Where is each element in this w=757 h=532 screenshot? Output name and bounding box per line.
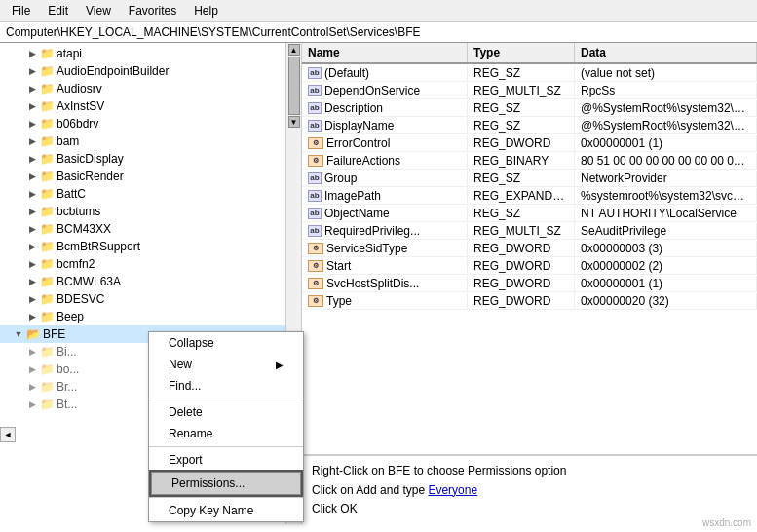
expand-arrow: ▶ xyxy=(25,275,39,288)
folder-icon: 📁 xyxy=(39,46,55,61)
expand-arrow: ▶ xyxy=(25,292,39,306)
cell-data: 0x00000003 (3) xyxy=(575,241,757,256)
menu-favorites[interactable]: Favorites xyxy=(121,2,184,19)
expand-arrow: ▶ xyxy=(25,362,39,376)
tree-label: AudioEndpointBuilder xyxy=(57,64,169,78)
cell-type: REG_DWORD xyxy=(468,241,575,256)
col-header-type: Type xyxy=(468,43,575,62)
tree-item-bdesvc[interactable]: ▶ 📁 BDESVC xyxy=(0,290,285,308)
cell-type: REG_MULTI_SZ xyxy=(468,83,575,98)
ctx-item-copy-key-name[interactable]: Copy Key Name xyxy=(149,500,303,521)
menu-file[interactable]: File xyxy=(4,2,38,19)
menu-edit[interactable]: Edit xyxy=(40,2,76,19)
main-layout: ▶ 📁 atapi ▶ 📁 AudioEndpointBuilder ▶ 📁 A… xyxy=(0,43,757,524)
tree-label: BDESVC xyxy=(57,292,104,306)
expand-arrow: ▶ xyxy=(25,222,39,236)
ctx-item-permissions[interactable]: Permissions... xyxy=(151,472,301,495)
ab-icon: ab xyxy=(308,85,322,96)
tree-item-axinstsv[interactable]: ▶ 📁 AxInstSV xyxy=(0,97,285,115)
tree-item-audiosrv[interactable]: ▶ 📁 Audiosrv xyxy=(0,80,285,97)
tree-item-audioendpoint[interactable]: ▶ 📁 AudioEndpointBuilder xyxy=(0,62,285,80)
expand-arrow: ▶ xyxy=(25,152,39,166)
tree-item-bcbtums[interactable]: ▶ 📁 bcbtums xyxy=(0,203,285,220)
tree-item-bcmfn2[interactable]: ▶ 📁 bcmfn2 xyxy=(0,255,285,273)
ab-icon: ab xyxy=(308,120,322,132)
tree-label: Beep xyxy=(57,310,84,323)
table-row[interactable]: ⚙ SvcHostSplitDis... REG_DWORD 0x0000000… xyxy=(302,275,757,292)
table-row[interactable]: ⚙ Type REG_DWORD 0x00000020 (32) xyxy=(302,292,757,310)
cell-name: ab Group xyxy=(302,171,468,186)
registry-table: Name Type Data ab (Default) REG_SZ (valu… xyxy=(302,43,757,454)
folder-icon: 📁 xyxy=(39,186,55,202)
folder-icon: 📁 xyxy=(39,344,55,360)
cell-type: REG_SZ xyxy=(468,118,575,133)
table-row[interactable]: ab ImagePath REG_EXPAND_SZ %systemroot%\… xyxy=(302,187,757,205)
tree-label: atapi xyxy=(57,47,82,60)
tree-item-basicrender[interactable]: ▶ 📁 BasicRender xyxy=(0,168,285,185)
dword-icon: ⚙ xyxy=(308,260,323,272)
ctx-item-rename[interactable]: Rename xyxy=(149,423,303,444)
tree-item-b06bdrv[interactable]: ▶ 📁 b06bdrv xyxy=(0,115,285,133)
folder-icon: 📁 xyxy=(39,239,55,254)
table-row[interactable]: ⚙ FailureActions REG_BINARY 80 51 00 00 … xyxy=(302,152,757,170)
info-line-2: Click on Add and type Everyone xyxy=(312,481,747,500)
table-row[interactable]: ⚙ ErrorControl REG_DWORD 0x00000001 (1) xyxy=(302,134,757,152)
ctx-item-collapse[interactable]: Collapse xyxy=(149,332,303,354)
folder-icon: 📁 xyxy=(39,133,55,149)
tree-label: AxInstSV xyxy=(57,99,104,113)
table-row[interactable]: ab Group REG_SZ NetworkProvider xyxy=(302,170,757,187)
table-row[interactable]: ⚙ Start REG_DWORD 0x00000002 (2) xyxy=(302,257,757,275)
left-scroll-arrow[interactable]: ◄ xyxy=(0,427,16,442)
info-link-everyone[interactable]: Everyone xyxy=(428,483,477,497)
tree-label: Audiosrv xyxy=(57,82,102,95)
expand-arrow: ▶ xyxy=(25,398,39,411)
table-row[interactable]: ab (Default) REG_SZ (value not set) xyxy=(302,64,757,82)
table-row[interactable]: ⚙ ServiceSidType REG_DWORD 0x00000003 (3… xyxy=(302,240,757,257)
ctx-item-find[interactable]: Find... xyxy=(149,375,303,397)
dword-icon: ⚙ xyxy=(308,295,323,307)
tree-item-atapi[interactable]: ▶ 📁 atapi xyxy=(0,45,285,62)
folder-icon: 📁 xyxy=(39,274,55,289)
tree-item-beep[interactable]: ▶ 📁 Beep xyxy=(0,308,285,325)
tree-item-bcm43xx[interactable]: ▶ 📁 BCM43XX xyxy=(0,220,285,238)
tree-label: BattC xyxy=(57,187,86,201)
menu-view[interactable]: View xyxy=(78,2,119,19)
table-row[interactable]: ab DependOnService REG_MULTI_SZ RpcSs xyxy=(302,82,757,99)
table-row[interactable]: ab Description REG_SZ @%SystemRoot%\syst… xyxy=(302,99,757,117)
menu-help[interactable]: Help xyxy=(186,2,226,19)
ctx-item-export[interactable]: Export xyxy=(149,449,303,471)
folder-icon: 📁 xyxy=(39,204,55,219)
cell-type: REG_SZ xyxy=(468,100,575,116)
table-row[interactable]: ab DisplayName REG_SZ @%SystemRoot%\syst… xyxy=(302,117,757,134)
cell-data: @%SystemRoot%\system32\bfe.dll,-100 xyxy=(575,100,757,116)
table-row[interactable]: ab ObjectName REG_SZ NT AUTHORITY\LocalS… xyxy=(302,205,757,222)
cell-data: %systemroot%\system32\svchost.exe -k xyxy=(575,188,757,204)
cell-type: REG_SZ xyxy=(468,65,575,81)
cell-type: REG_BINARY xyxy=(468,153,575,169)
folder-icon: 📁 xyxy=(39,221,55,237)
tree-item-battc[interactable]: ▶ 📁 BattC xyxy=(0,185,285,203)
ctx-item-delete[interactable]: Delete xyxy=(149,401,303,423)
folder-icon-open: 📂 xyxy=(25,326,41,342)
tree-item-bcmbtrsupport[interactable]: ▶ 📁 BcmBtRSupport xyxy=(0,238,285,255)
tree-label: Bt... xyxy=(57,398,77,411)
folder-icon: 📁 xyxy=(39,116,55,132)
tree-item-bam[interactable]: ▶ 📁 bam xyxy=(0,133,285,150)
expand-arrow: ▶ xyxy=(25,310,39,323)
folder-icon: 📁 xyxy=(39,169,55,184)
ab-icon: ab xyxy=(308,208,322,219)
expand-arrow-atapi: ▶ xyxy=(25,47,39,60)
tree-label: Bi... xyxy=(57,345,77,359)
tree-item-basicdisplay[interactable]: ▶ 📁 BasicDisplay xyxy=(0,150,285,168)
ctx-item-new[interactable]: New ▶ xyxy=(149,354,303,375)
expand-arrow: ▶ xyxy=(25,205,39,218)
context-menu: Collapse New ▶ Find... Delete Rename Exp… xyxy=(148,331,304,522)
folder-icon: 📁 xyxy=(39,291,55,307)
cell-data: 80 51 00 00 00 00 00 00 00 00 00 00 03 0… xyxy=(575,153,757,169)
app-window: File Edit View Favorites Help Computer\H… xyxy=(0,0,757,532)
ab-icon: ab xyxy=(308,225,322,237)
table-row[interactable]: ab RequiredPrivileg... REG_MULTI_SZ SeAu… xyxy=(302,222,757,240)
expand-arrow: ▶ xyxy=(25,99,39,113)
ab-icon: ab xyxy=(308,190,322,202)
tree-item-bcmwl63a[interactable]: ▶ 📁 BCMWL63A xyxy=(0,273,285,290)
